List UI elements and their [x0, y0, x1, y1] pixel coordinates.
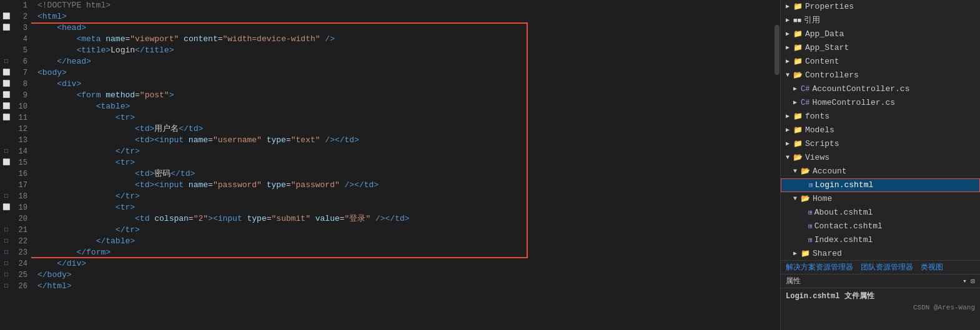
tree-label-content: Content: [805, 55, 839, 69]
pin-icon[interactable]: ▾ ⊡: [963, 277, 975, 285]
gutter-25[interactable]: □: [0, 269, 12, 281]
code-line-4: <meta name="viewport" content="width=dev…: [37, 34, 774, 45]
gutter-19[interactable]: ⬜: [0, 202, 12, 213]
chevron-account: ▼: [793, 165, 801, 178]
line-numbers: 1 2 3 4 5 6 7 8 9 10 11 12 13 14 15 16 1…: [12, 0, 31, 330]
cshtml-icon-about: ⊞: [808, 206, 813, 220]
link-class-view[interactable]: 类视图: [921, 262, 943, 273]
scrollbar-thumb[interactable]: [775, 25, 780, 75]
gutter-3[interactable]: ⬜: [0, 22, 12, 34]
tree-label-home: Home: [813, 192, 832, 206]
gutter-22[interactable]: □: [0, 236, 12, 247]
code-line-16: <td>密码</td>: [37, 168, 774, 180]
folder-icon-appstart: 📁: [793, 41, 803, 55]
gutter-1[interactable]: [0, 0, 12, 11]
tree-label-index: Index.cshtml: [814, 233, 873, 247]
gutter-26[interactable]: □: [0, 281, 12, 292]
tree-item-account-ctrl[interactable]: ▶ C# AccountController.cs: [781, 82, 980, 96]
linenum-8: 8: [12, 79, 27, 90]
properties-content: Login.cshtml 文件属性 CSDN @Ares-Wang: [781, 288, 980, 314]
chevron-controllers: ▼: [786, 69, 793, 82]
tree-item-references[interactable]: ▶ ■■ 引用: [781, 14, 980, 27]
tree-item-fonts[interactable]: ▶ 📁 fonts: [781, 110, 980, 124]
folder-icon-appdata: 📁: [793, 27, 803, 41]
linenum-24: 24: [12, 258, 27, 269]
chevron-appstart: ▶: [786, 41, 793, 55]
gutter-8[interactable]: ⬜: [0, 79, 12, 90]
tree-item-about[interactable]: ⊞ About.cshtml: [781, 206, 980, 220]
linenum-14: 14: [12, 146, 27, 157]
editor-panel: ⬜ ⬜ □ ⬜ ⬜ ⬜ ⬜ ⬜ □ ⬜ □ ⬜ □ □ □ □ □ □: [0, 0, 780, 330]
tree-item-shared[interactable]: ▶ 📁 Shared: [781, 247, 980, 260]
tree-item-index[interactable]: ⊞ Index.cshtml: [781, 233, 980, 247]
tree-label-references: 引用: [804, 14, 820, 27]
gutter-10[interactable]: ⬜: [0, 101, 12, 112]
linenum-10: 10: [12, 101, 27, 112]
tree-item-contact[interactable]: ⊞ Contact.cshtml: [781, 220, 980, 233]
tree-item-scripts[interactable]: ▶ 📁 Scripts: [781, 137, 980, 151]
tree-item-views[interactable]: ▼ 📂 Views: [781, 151, 980, 165]
tree-item-login-cshtml[interactable]: ⊞ Login.cshtml: [781, 178, 980, 192]
code-line-23: </form>: [37, 247, 774, 258]
code-line-12: <td>用户名</td>: [37, 124, 774, 135]
gutter-9[interactable]: ⬜: [0, 90, 12, 101]
link-src-ctrl[interactable]: 解决方案资源管理器: [786, 262, 853, 273]
gutter-24[interactable]: □: [0, 258, 12, 269]
linenum-26: 26: [12, 281, 27, 292]
linenum-17: 17: [12, 180, 27, 191]
linenum-21: 21: [12, 225, 27, 236]
code-line-22: </table>: [37, 236, 774, 247]
gutter-6[interactable]: □: [0, 56, 12, 67]
linenum-9: 9: [12, 90, 27, 101]
code-line-19: <tr>: [37, 202, 774, 213]
gutter-15[interactable]: ⬜: [0, 157, 12, 168]
gutter-18[interactable]: □: [0, 191, 12, 202]
tree-item-appstart[interactable]: ▶ 📁 App_Start: [781, 41, 980, 55]
code-line-10: <table>: [37, 101, 774, 112]
tree-item-properties[interactable]: ▶ 📁 Properties: [781, 0, 980, 14]
linenum-7: 7: [12, 67, 27, 79]
folder-icon-account: 📂: [801, 165, 810, 178]
chevron-home: ▼: [793, 192, 801, 206]
linenum-1: 1: [12, 0, 27, 11]
properties-header: 属性 ▾ ⊡: [781, 274, 980, 288]
tree-label-account-ctrl: AccountController.cs: [812, 82, 909, 96]
folder-icon-models: 📁: [793, 124, 803, 137]
code-line-26: </html>: [37, 281, 774, 292]
properties-panel: 属性 ▾ ⊡ Login.cshtml 文件属性 CSDN @Ares-Wang: [781, 274, 980, 330]
tree-item-home[interactable]: ▼ 📂 Home: [781, 192, 980, 206]
gutter-23[interactable]: □: [0, 247, 12, 258]
linenum-2: 2: [12, 11, 27, 22]
gutter-21[interactable]: □: [0, 225, 12, 236]
tree-item-home-ctrl[interactable]: ▶ C# HomeController.cs: [781, 96, 980, 110]
gutter-16: [0, 168, 12, 180]
chevron-scripts: ▶: [786, 137, 793, 151]
chevron-home-ctrl: ▶: [793, 96, 801, 110]
code-line-25: </body>: [37, 269, 774, 281]
gutter-14[interactable]: □: [0, 146, 12, 157]
tree-item-models[interactable]: ▶ 📁 Models: [781, 124, 980, 137]
linenum-15: 15: [12, 157, 27, 168]
code-content[interactable]: <!DOCTYPE html> <html> <head> <meta name…: [31, 0, 774, 330]
code-line-13: <td><input name="username" type="text" /…: [37, 135, 774, 146]
code-line-6: </head>: [37, 56, 774, 67]
folder-icon-fonts: 📁: [793, 110, 803, 124]
linenum-23: 23: [12, 247, 27, 258]
code-line-1: <!DOCTYPE html>: [37, 0, 774, 11]
cs-icon-account: C#: [801, 82, 809, 96]
editor-scrollbar[interactable]: [774, 0, 780, 330]
tree-item-appdata[interactable]: ▶ 📁 App_Data: [781, 27, 980, 41]
chevron-models: ▶: [786, 124, 793, 137]
gutter-11[interactable]: ⬜: [0, 112, 12, 124]
gutter-12: [0, 124, 12, 135]
folder-icon-scripts: 📁: [793, 137, 803, 151]
tree-item-controllers[interactable]: ▼ 📂 Controllers: [781, 69, 980, 82]
linenum-25: 25: [12, 269, 27, 281]
tree-item-content[interactable]: ▶ 📁 Content: [781, 55, 980, 69]
link-team-ctrl[interactable]: 团队资源管理器: [861, 262, 913, 273]
linenum-11: 11: [12, 112, 27, 124]
prop-csdn-label: CSDN @Ares-Wang: [786, 304, 975, 311]
gutter-7[interactable]: ⬜: [0, 67, 12, 79]
gutter-2[interactable]: ⬜: [0, 11, 12, 22]
tree-item-account[interactable]: ▼ 📂 Account: [781, 165, 980, 178]
